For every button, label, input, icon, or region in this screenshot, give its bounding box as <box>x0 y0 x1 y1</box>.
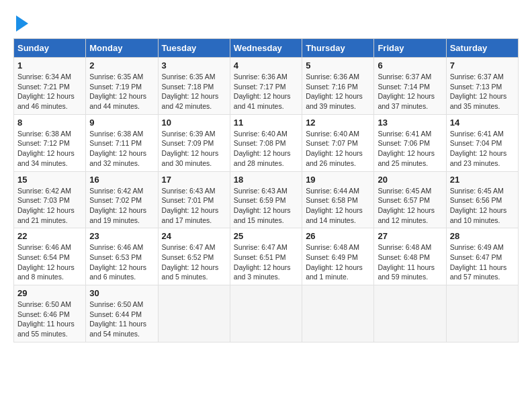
daylight-hours: Daylight: 12 hours and 44 minutes. <box>89 92 146 110</box>
page-header <box>13 13 519 32</box>
day-number: 1 <box>17 60 82 71</box>
day-number: 27 <box>378 231 442 241</box>
day-number: 5 <box>306 60 370 71</box>
sunrise-time: Sunrise: 6:46 AM <box>89 243 143 251</box>
sunrise-time: Sunrise: 6:42 AM <box>17 187 71 195</box>
sunset-time: Sunset: 6:53 PM <box>89 253 142 261</box>
calendar-table: SundayMondayTuesdayWednesdayThursdayFrid… <box>13 38 519 342</box>
day-info: Sunrise: 6:41 AM Sunset: 7:04 PM Dayligh… <box>450 129 515 169</box>
day-info: Sunrise: 6:38 AM Sunset: 7:12 PM Dayligh… <box>17 129 82 169</box>
daylight-hours: Daylight: 12 hours and 14 minutes. <box>306 206 363 224</box>
day-number: 14 <box>450 118 515 128</box>
day-info: Sunrise: 6:44 AM Sunset: 6:58 PM Dayligh… <box>306 186 370 226</box>
daylight-hours: Daylight: 11 hours and 54 minutes. <box>89 320 146 338</box>
calendar-cell: 23 Sunrise: 6:46 AM Sunset: 6:53 PM Dayl… <box>86 228 158 285</box>
daylight-hours: Daylight: 12 hours and 37 minutes. <box>378 92 435 110</box>
sunrise-time: Sunrise: 6:41 AM <box>450 130 504 138</box>
daylight-hours: Daylight: 12 hours and 15 minutes. <box>234 206 291 224</box>
daylight-hours: Daylight: 12 hours and 41 minutes. <box>234 92 291 110</box>
calendar-cell: 25 Sunrise: 6:47 AM Sunset: 6:51 PM Dayl… <box>230 228 302 285</box>
day-number: 13 <box>378 118 442 128</box>
daylight-hours: Daylight: 11 hours and 55 minutes. <box>17 320 75 338</box>
sunrise-time: Sunrise: 6:37 AM <box>450 73 504 81</box>
day-info: Sunrise: 6:48 AM Sunset: 6:48 PM Dayligh… <box>378 242 442 282</box>
logo <box>13 13 28 32</box>
sunset-time: Sunset: 6:56 PM <box>450 196 502 204</box>
daylight-hours: Daylight: 12 hours and 28 minutes. <box>234 149 291 167</box>
sunset-time: Sunset: 7:06 PM <box>378 139 430 147</box>
calendar-cell: 6 Sunrise: 6:37 AM Sunset: 7:14 PM Dayli… <box>374 58 446 115</box>
sunrise-time: Sunrise: 6:50 AM <box>17 300 71 308</box>
daylight-hours: Daylight: 12 hours and 5 minutes. <box>162 263 219 281</box>
sunset-time: Sunset: 7:17 PM <box>234 83 286 91</box>
calendar-week-row: 15 Sunrise: 6:42 AM Sunset: 7:03 PM Dayl… <box>14 171 519 228</box>
calendar-cell: 18 Sunrise: 6:43 AM Sunset: 6:59 PM Dayl… <box>230 171 302 228</box>
calendar-cell: 15 Sunrise: 6:42 AM Sunset: 7:03 PM Dayl… <box>14 171 86 228</box>
day-number: 17 <box>162 175 226 185</box>
sunset-time: Sunset: 6:51 PM <box>234 253 286 261</box>
day-info: Sunrise: 6:46 AM Sunset: 6:54 PM Dayligh… <box>17 242 82 282</box>
sunset-time: Sunset: 6:44 PM <box>89 310 142 318</box>
sunrise-time: Sunrise: 6:43 AM <box>234 187 287 195</box>
daylight-hours: Daylight: 12 hours and 12 minutes. <box>378 206 435 224</box>
sunset-time: Sunset: 6:49 PM <box>306 253 358 261</box>
daylight-hours: Daylight: 12 hours and 23 minutes. <box>450 149 507 167</box>
calendar-cell: 9 Sunrise: 6:38 AM Sunset: 7:11 PM Dayli… <box>86 114 158 171</box>
sunrise-time: Sunrise: 6:48 AM <box>306 243 359 251</box>
daylight-hours: Daylight: 12 hours and 8 minutes. <box>17 263 75 281</box>
sunrise-time: Sunrise: 6:39 AM <box>162 130 216 138</box>
day-info: Sunrise: 6:50 AM Sunset: 6:46 PM Dayligh… <box>17 300 82 339</box>
day-info: Sunrise: 6:49 AM Sunset: 6:47 PM Dayligh… <box>450 242 515 282</box>
sunset-time: Sunset: 7:13 PM <box>450 83 502 91</box>
day-number: 19 <box>306 175 370 185</box>
calendar-cell: 8 Sunrise: 6:38 AM Sunset: 7:12 PM Dayli… <box>14 114 86 171</box>
calendar-header-saturday: Saturday <box>446 39 518 58</box>
day-number: 28 <box>450 231 515 241</box>
calendar-cell <box>374 285 446 342</box>
day-info: Sunrise: 6:50 AM Sunset: 6:44 PM Dayligh… <box>89 300 154 339</box>
sunset-time: Sunset: 6:52 PM <box>162 253 214 261</box>
calendar-cell: 13 Sunrise: 6:41 AM Sunset: 7:06 PM Dayl… <box>374 114 446 171</box>
calendar-cell: 28 Sunrise: 6:49 AM Sunset: 6:47 PM Dayl… <box>446 228 518 285</box>
sunrise-time: Sunrise: 6:50 AM <box>89 300 143 308</box>
day-info: Sunrise: 6:35 AM Sunset: 7:19 PM Dayligh… <box>89 72 154 111</box>
daylight-hours: Daylight: 11 hours and 57 minutes. <box>450 263 507 281</box>
daylight-hours: Daylight: 12 hours and 30 minutes. <box>162 149 219 167</box>
sunset-time: Sunset: 6:58 PM <box>306 196 358 204</box>
calendar-cell: 20 Sunrise: 6:45 AM Sunset: 6:57 PM Dayl… <box>374 171 446 228</box>
day-number: 7 <box>450 60 515 71</box>
calendar-cell: 7 Sunrise: 6:37 AM Sunset: 7:13 PM Dayli… <box>446 58 518 115</box>
day-number: 15 <box>17 175 82 185</box>
day-info: Sunrise: 6:47 AM Sunset: 6:52 PM Dayligh… <box>162 242 226 282</box>
calendar-header-tuesday: Tuesday <box>158 39 230 58</box>
day-number: 10 <box>162 118 226 128</box>
day-info: Sunrise: 6:40 AM Sunset: 7:08 PM Dayligh… <box>234 129 298 169</box>
daylight-hours: Daylight: 12 hours and 17 minutes. <box>162 206 219 224</box>
calendar-cell: 27 Sunrise: 6:48 AM Sunset: 6:48 PM Dayl… <box>374 228 446 285</box>
day-info: Sunrise: 6:40 AM Sunset: 7:07 PM Dayligh… <box>306 129 370 169</box>
daylight-hours: Daylight: 12 hours and 34 minutes. <box>17 149 75 167</box>
calendar-week-row: 1 Sunrise: 6:34 AM Sunset: 7:21 PM Dayli… <box>14 58 519 115</box>
day-info: Sunrise: 6:38 AM Sunset: 7:11 PM Dayligh… <box>89 129 154 169</box>
sunrise-time: Sunrise: 6:34 AM <box>17 73 71 81</box>
daylight-hours: Daylight: 12 hours and 10 minutes. <box>450 206 507 224</box>
day-info: Sunrise: 6:48 AM Sunset: 6:49 PM Dayligh… <box>306 242 370 282</box>
calendar-cell: 1 Sunrise: 6:34 AM Sunset: 7:21 PM Dayli… <box>14 58 86 115</box>
sunset-time: Sunset: 7:12 PM <box>17 139 70 147</box>
daylight-hours: Daylight: 11 hours and 59 minutes. <box>378 263 435 281</box>
sunset-time: Sunset: 7:09 PM <box>162 139 214 147</box>
day-info: Sunrise: 6:45 AM Sunset: 6:57 PM Dayligh… <box>378 186 442 226</box>
day-info: Sunrise: 6:36 AM Sunset: 7:16 PM Dayligh… <box>306 72 370 111</box>
sunrise-time: Sunrise: 6:35 AM <box>89 73 143 81</box>
day-info: Sunrise: 6:34 AM Sunset: 7:21 PM Dayligh… <box>17 72 82 111</box>
daylight-hours: Daylight: 12 hours and 42 minutes. <box>162 92 219 110</box>
day-info: Sunrise: 6:43 AM Sunset: 7:01 PM Dayligh… <box>162 186 226 226</box>
calendar-cell: 22 Sunrise: 6:46 AM Sunset: 6:54 PM Dayl… <box>14 228 86 285</box>
sunrise-time: Sunrise: 6:40 AM <box>306 130 359 138</box>
day-number: 21 <box>450 175 515 185</box>
day-number: 23 <box>89 231 154 241</box>
calendar-header-wednesday: Wednesday <box>230 39 302 58</box>
day-info: Sunrise: 6:39 AM Sunset: 7:09 PM Dayligh… <box>162 129 226 169</box>
calendar-week-row: 29 Sunrise: 6:50 AM Sunset: 6:46 PM Dayl… <box>14 285 519 342</box>
day-number: 2 <box>89 60 154 71</box>
